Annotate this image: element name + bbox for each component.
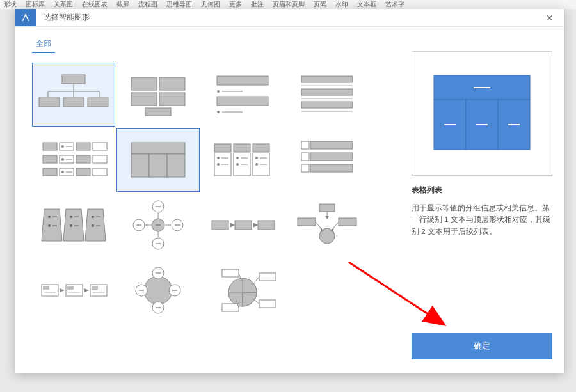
svg-rect-104 <box>339 218 356 226</box>
ok-button[interactable]: 确定 <box>412 333 552 359</box>
svg-point-28 <box>61 145 64 148</box>
thumb-three-cards[interactable] <box>201 128 284 192</box>
svg-marker-82 <box>85 209 106 241</box>
svg-marker-106 <box>325 216 329 219</box>
svg-rect-20 <box>301 76 353 82</box>
svg-rect-6 <box>39 98 60 107</box>
svg-point-50 <box>217 157 220 159</box>
svg-point-36 <box>61 171 64 173</box>
thumb-two-col-cards[interactable] <box>32 128 115 192</box>
svg-rect-45 <box>131 154 149 177</box>
thumb-radial-plus[interactable] <box>116 193 200 257</box>
ribbon-item[interactable]: 形状 <box>4 0 17 9</box>
svg-point-52 <box>217 163 220 166</box>
gallery-panel: 全部 <box>15 27 404 373</box>
svg-rect-22 <box>301 89 353 95</box>
svg-rect-24 <box>301 102 353 108</box>
svg-marker-72 <box>42 209 62 241</box>
diagram-gallery <box>32 63 387 322</box>
svg-rect-41 <box>93 155 107 163</box>
ribbon: 形状 图标库 关系图 在线图表 截屏 流程图 思维导图 几何图 更多 批注 页眉… <box>0 0 576 9</box>
ribbon-item[interactable]: 思维导图 <box>166 0 192 9</box>
svg-marker-116 <box>84 288 89 292</box>
svg-rect-68 <box>301 153 309 161</box>
ribbon-item[interactable]: 页码 <box>314 0 326 9</box>
svg-point-120 <box>144 276 172 304</box>
svg-rect-71 <box>310 164 353 172</box>
svg-rect-38 <box>76 143 90 150</box>
ribbon-item[interactable]: 关系图 <box>54 0 73 9</box>
thumb-pyramid-3d[interactable] <box>32 193 115 257</box>
tab-all[interactable]: 全部 <box>32 38 55 53</box>
svg-rect-69 <box>310 153 353 161</box>
svg-rect-47 <box>167 154 185 177</box>
close-button[interactable]: ✕ <box>536 9 564 26</box>
thumb-table-list[interactable] <box>116 128 200 192</box>
svg-rect-48 <box>214 144 231 152</box>
svg-rect-67 <box>310 141 353 149</box>
svg-rect-14 <box>217 76 268 85</box>
svg-rect-101 <box>258 221 275 230</box>
svg-line-133 <box>253 277 259 285</box>
thumb-bullet-list[interactable] <box>201 63 284 127</box>
svg-point-73 <box>48 216 51 218</box>
svg-rect-46 <box>149 154 167 177</box>
preview-image <box>412 51 552 176</box>
svg-rect-130 <box>222 269 239 277</box>
thumb-stacked-cards[interactable] <box>285 128 369 192</box>
svg-point-62 <box>255 157 258 159</box>
ribbon-item[interactable]: 在线图表 <box>82 0 108 9</box>
svg-rect-8 <box>88 98 108 107</box>
svg-point-64 <box>255 163 258 166</box>
ribbon-item[interactable]: 水印 <box>335 0 348 9</box>
ribbon-item[interactable]: 文本框 <box>357 0 376 9</box>
category-tabs: 全部 <box>32 38 387 54</box>
ribbon-item[interactable]: 批注 <box>251 0 264 9</box>
preview-description: 用于显示等值的分组信息或相关信息。第一行级别 1 文本与顶层形状相对应，其级别 … <box>412 202 552 237</box>
svg-rect-10 <box>159 77 185 90</box>
svg-point-56 <box>236 157 239 159</box>
thumb-header-rows[interactable] <box>285 63 369 127</box>
svg-rect-134 <box>259 300 276 308</box>
svg-marker-112 <box>60 288 65 292</box>
svg-rect-34 <box>43 168 57 176</box>
svg-rect-110 <box>43 286 49 290</box>
svg-rect-60 <box>253 144 269 152</box>
svg-rect-17 <box>217 97 268 106</box>
thumb-arrow-steps[interactable] <box>201 193 284 257</box>
svg-marker-98 <box>230 223 235 228</box>
svg-rect-99 <box>235 221 252 230</box>
thumb-circle-ring[interactable] <box>116 258 200 322</box>
ribbon-item[interactable]: 流程图 <box>138 0 157 9</box>
svg-rect-114 <box>67 286 74 290</box>
preview-title: 表格列表 <box>412 185 552 196</box>
thumb-hub-spoke[interactable] <box>285 193 369 257</box>
svg-rect-132 <box>259 273 276 281</box>
svg-rect-136 <box>222 304 239 311</box>
svg-point-15 <box>217 90 220 93</box>
svg-rect-70 <box>301 164 309 172</box>
ribbon-item[interactable]: 艺术字 <box>385 0 404 9</box>
svg-rect-103 <box>298 218 316 226</box>
preview-panel: 表格列表 用于显示等值的分组信息或相关信息。第一行级别 1 文本与顶层形状相对应… <box>404 27 564 373</box>
thumb-chain-steps[interactable] <box>32 258 115 322</box>
svg-point-18 <box>217 111 220 113</box>
svg-rect-118 <box>92 286 98 290</box>
svg-rect-0 <box>62 75 85 84</box>
dialog-header: 选择智能图形 ✕ <box>15 9 564 27</box>
thumb-block-grid[interactable] <box>116 63 200 127</box>
svg-rect-13 <box>145 108 171 116</box>
ribbon-item[interactable]: 几何图 <box>201 0 220 9</box>
thumb-pie-segments[interactable] <box>201 258 284 322</box>
thumb-org-chart[interactable] <box>32 63 115 127</box>
svg-point-32 <box>61 158 64 161</box>
svg-point-85 <box>92 224 94 227</box>
svg-rect-11 <box>131 93 157 106</box>
ribbon-item[interactable]: 更多 <box>229 0 242 9</box>
ribbon-item[interactable]: 图标库 <box>26 0 45 9</box>
svg-marker-100 <box>253 223 258 228</box>
ribbon-item[interactable]: 截屏 <box>116 0 129 9</box>
svg-point-78 <box>70 216 72 218</box>
svg-rect-12 <box>159 93 185 106</box>
ribbon-item[interactable]: 页眉和页脚 <box>273 0 305 9</box>
